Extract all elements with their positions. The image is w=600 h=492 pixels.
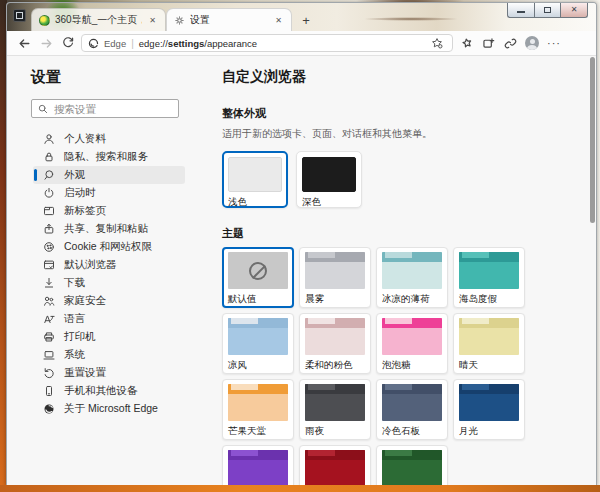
sidebar-item-label: 家庭安全: [64, 294, 106, 308]
address-bar[interactable]: Edge | edge://settings/appearance: [81, 34, 453, 52]
favorite-this-page-icon[interactable]: [428, 34, 446, 52]
appearance-options: 浅色深色: [222, 151, 596, 208]
appearance-option-浅色[interactable]: 浅色: [222, 151, 288, 208]
settings-page: 设置 个人资料隐私、搜索和服务外观启动时新标签页共享、复制和粘贴Cookie 和…: [7, 56, 596, 486]
theme-card-冰凉的薄荷[interactable]: 冰凉的薄荷: [376, 247, 448, 308]
sidebar-item-system[interactable]: 系统: [33, 346, 185, 364]
sidebar-item-label: 关于 Microsoft Edge: [64, 402, 158, 416]
sidebar-item-label: 手机和其他设备: [64, 384, 138, 398]
sidebar-item-reset[interactable]: 重置设置: [33, 364, 185, 382]
tab-close-icon[interactable]: ✕: [273, 15, 284, 26]
page-title: 自定义浏览器: [222, 68, 596, 86]
sidebar-item-privacy[interactable]: 隐私、搜索和服务: [33, 148, 185, 166]
maximize-button[interactable]: [534, 3, 561, 18]
tab-close-icon[interactable]: ✕: [147, 15, 158, 26]
close-button[interactable]: ✕: [561, 3, 588, 18]
search-icon: [38, 104, 48, 114]
system-icon: [43, 349, 55, 361]
theme-card-柔和的粉色[interactable]: 柔和的粉色: [299, 313, 371, 374]
theme-swatch: [459, 384, 519, 421]
profile-avatar[interactable]: [523, 34, 541, 52]
power-icon: [43, 187, 55, 199]
sidebar-item-family-safety[interactable]: 家庭安全: [33, 292, 185, 310]
theme-tab-notch: [231, 450, 258, 456]
theme-tab-notch: [231, 384, 258, 390]
theme-label: 默认值: [228, 293, 288, 306]
theme-card-神秘森林[interactable]: 神秘森林: [376, 445, 448, 486]
site-label: Edge: [104, 38, 126, 49]
sidebar-item-printers[interactable]: 打印机: [33, 328, 185, 346]
sidebar-nav: 个人资料隐私、搜索和服务外观启动时新标签页共享、复制和粘贴Cookie 和网站权…: [33, 130, 185, 418]
titlebar: 360导航_一个主页，整个世界 ✕ 设置 ✕ + ✕: [7, 3, 596, 31]
theme-card-雨夜[interactable]: 雨夜: [299, 379, 371, 440]
sidebar-item-appearance[interactable]: 外观: [33, 166, 185, 184]
forward-button[interactable]: [37, 34, 55, 52]
search-input[interactable]: [54, 103, 172, 115]
sidebar-item-default-browser[interactable]: 默认浏览器: [33, 256, 185, 274]
reset-icon: [43, 367, 55, 379]
sidebar-item-label: 默认浏览器: [64, 258, 117, 272]
favorites-icon[interactable]: [457, 34, 475, 52]
tab-settings[interactable]: 设置 ✕: [166, 8, 292, 31]
window-controls: ✕: [507, 3, 588, 18]
sidebar-item-label: 下载: [64, 276, 85, 290]
sidebar-title: 设置: [31, 68, 195, 87]
sidebar-item-label: 重置设置: [64, 366, 106, 380]
back-button[interactable]: [15, 34, 33, 52]
url-text: edge://settings/appearance: [139, 38, 423, 49]
sidebar-item-languages[interactable]: 语言: [33, 310, 185, 328]
share-link-icon[interactable]: [501, 34, 519, 52]
page-scrollbar[interactable]: [590, 56, 595, 486]
theme-label: 雨夜: [305, 425, 365, 438]
sidebar-item-share-copy-paste[interactable]: 共享、复制和粘贴: [33, 220, 185, 238]
sidebar-item-devices[interactable]: 手机和其他设备: [33, 382, 185, 400]
theme-label: 芒果天堂: [228, 425, 288, 438]
theme-card-多汁的梅[interactable]: 多汁的梅: [222, 445, 294, 486]
sidebar-item-label: 打印机: [64, 330, 96, 344]
url-separator: |: [131, 38, 134, 49]
navigation-toolbar: Edge | edge://settings/appearance ···: [7, 31, 596, 56]
theme-card-晴天[interactable]: 晴天: [453, 313, 525, 374]
theme-label: 晴天: [459, 359, 519, 372]
theme-card-凉风[interactable]: 凉风: [222, 313, 294, 374]
settings-search-box[interactable]: [31, 99, 179, 118]
sidebar-item-label: Cookie 和网站权限: [64, 240, 152, 254]
language-icon: [43, 313, 55, 325]
browser-window: 360导航_一个主页，整个世界 ✕ 设置 ✕ + ✕: [6, 2, 597, 486]
theme-swatch: [228, 384, 288, 421]
theme-card-泡泡糖[interactable]: 泡泡糖: [376, 313, 448, 374]
tab-360-nav[interactable]: 360导航_一个主页，整个世界 ✕: [31, 8, 166, 31]
sidebar-item-profile[interactable]: 个人资料: [33, 130, 185, 148]
cookie-icon: [43, 241, 55, 253]
theme-card-芒果天堂[interactable]: 芒果天堂: [222, 379, 294, 440]
theme-swatch: [228, 318, 288, 355]
theme-card-辣红色[interactable]: 辣红色: [299, 445, 371, 486]
sidebar-item-downloads[interactable]: 下载: [33, 274, 185, 292]
theme-card-晨雾[interactable]: 晨雾: [299, 247, 371, 308]
minimize-button[interactable]: [507, 3, 534, 18]
scrollbar-thumb[interactable]: [590, 57, 595, 223]
theme-swatch: [382, 450, 442, 486]
theme-card-海岛度假[interactable]: 海岛度假: [453, 247, 525, 308]
collections-icon[interactable]: [479, 34, 497, 52]
sidebar-item-cookies[interactable]: Cookie 和网站权限: [33, 238, 185, 256]
lock-icon: [43, 151, 55, 163]
settings-menu-button[interactable]: ···: [545, 34, 563, 52]
gear-favicon-icon: [174, 15, 185, 26]
appearance-swatch: [302, 157, 356, 192]
theme-swatch: [305, 318, 365, 355]
refresh-button[interactable]: [59, 34, 77, 52]
sidebar-item-startup[interactable]: 启动时: [33, 184, 185, 202]
theme-card-冷色石板[interactable]: 冷色石板: [376, 379, 448, 440]
theme-card-月光[interactable]: 月光: [453, 379, 525, 440]
sidebar-item-about[interactable]: 关于 Microsoft Edge: [33, 400, 185, 418]
theme-tab-notch: [462, 384, 489, 390]
theme-card-默认值[interactable]: 默认值: [222, 247, 294, 308]
tab-icon: [43, 205, 55, 217]
theme-tab-notch: [462, 252, 489, 258]
edge-icon: [43, 403, 55, 415]
theme-tab-notch: [385, 252, 412, 258]
new-tab-button[interactable]: +: [296, 10, 316, 30]
sidebar-item-new-tab[interactable]: 新标签页: [33, 202, 185, 220]
appearance-option-深色[interactable]: 深色: [296, 151, 362, 208]
